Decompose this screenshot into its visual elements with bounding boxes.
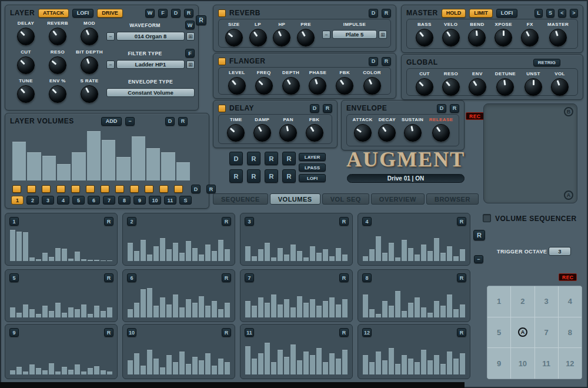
volume-bar[interactable] [101,311,106,317]
volume-bar[interactable] [75,364,80,374]
volume-bar[interactable] [116,157,130,180]
volume-bar[interactable] [160,367,165,374]
add-button[interactable]: ADD [101,117,122,126]
volume-bar[interactable] [27,152,41,180]
vol-seq-cell-12[interactable]: 12 [559,348,582,379]
volume-bar[interactable] [329,297,335,317]
layer-toggle[interactable] [56,185,65,193]
volume-bar[interactable] [408,359,413,374]
volume-bar[interactable] [134,251,139,261]
volume-bar[interactable] [408,303,413,317]
volume-bar[interactable] [101,370,106,374]
volume-bar[interactable] [192,248,198,261]
layer-select-10[interactable]: 10 [149,196,161,205]
volume-bar[interactable] [94,260,99,261]
volume-bar[interactable] [460,305,465,317]
volume-bar[interactable] [55,372,61,374]
knob-fbk[interactable] [306,124,323,142]
vol-seq-cell-1[interactable]: 1 [487,286,510,317]
volume-bar[interactable] [55,248,61,261]
volume-bar[interactable] [72,152,85,180]
volume-bar[interactable] [369,362,375,374]
volume-bar[interactable] [389,306,394,317]
trigger-octave-select[interactable]: 3 [549,247,571,256]
knob-lp[interactable] [249,29,267,46]
random-button[interactable]: R [339,217,349,226]
delay-enable-checkbox[interactable] [218,105,226,112]
knob-damp[interactable] [253,124,271,142]
filter-button[interactable]: F [158,9,168,18]
vol-seq-cell-11[interactable]: 11 [535,348,558,379]
volume-bar[interactable] [42,253,48,261]
volume-bar[interactable] [395,257,400,261]
volume-bar[interactable] [218,359,223,374]
volume-bar[interactable] [132,136,145,180]
volume-bar[interactable] [23,305,28,317]
volume-bar[interactable] [336,359,341,374]
vol-seq-cell-9[interactable]: 9 [487,348,510,379]
volume-bar[interactable] [205,306,211,317]
volume-bar[interactable] [128,243,133,261]
volume-bar[interactable] [303,303,309,317]
random-button[interactable]: R [282,152,296,165]
random-button[interactable]: R [104,328,113,337]
volume-bar[interactable] [179,307,185,317]
knob-release[interactable] [432,124,450,142]
volume-bar[interactable] [303,257,309,261]
next-icon[interactable]: > [570,9,578,18]
knob-master[interactable] [549,29,567,46]
load-button[interactable]: L [534,9,543,18]
volume-bar[interactable] [88,260,93,261]
lofi-button[interactable]: LOFI [72,9,94,18]
sequencer-bars[interactable] [245,285,348,317]
impulse-select[interactable]: Plate 5 [332,30,377,39]
volume-bar[interactable] [323,249,328,261]
tab-vol-seq[interactable]: VOL SEQ [322,193,369,205]
volume-bar[interactable] [68,259,74,261]
default-button[interactable]: D [369,57,378,66]
volume-bar[interactable] [186,241,191,261]
volume-bar[interactable] [212,301,217,317]
random-button[interactable]: R [222,217,231,226]
volume-bar[interactable] [101,260,106,261]
volume-bar[interactable] [147,255,152,261]
volume-sequencer-enable-checkbox[interactable] [483,214,491,222]
random-button[interactable]: R [229,169,243,183]
volume-bar[interactable] [427,313,433,317]
knob-s-rate[interactable] [81,85,98,103]
volume-bar[interactable] [402,311,407,317]
volume-bar[interactable] [212,251,217,261]
remove-button[interactable]: − [474,255,483,263]
knob-phase[interactable] [309,77,326,95]
volume-bar[interactable] [81,305,86,317]
volume-bar[interactable] [278,248,283,261]
random-button[interactable]: R [265,152,278,165]
volume-bar[interactable] [161,152,175,180]
layer-select-2[interactable]: 2 [26,196,39,205]
volume-bar[interactable] [94,366,99,374]
volume-bar[interactable] [225,362,230,374]
volume-bar[interactable] [434,301,439,317]
volume-bar[interactable] [42,370,48,374]
knob-pre[interactable] [297,29,315,46]
vol-seq-cell-5[interactable]: 5 [487,317,510,348]
volume-bar[interactable] [265,303,270,317]
default-button[interactable]: D [437,104,446,113]
volume-bar[interactable] [62,249,67,261]
volume-bar[interactable] [363,295,368,317]
volume-bar[interactable] [376,352,381,374]
tab-overview[interactable]: OVERVIEW [371,193,425,205]
knob-depth[interactable] [282,77,300,95]
volume-bar[interactable] [225,303,230,317]
volume-bar[interactable] [460,249,465,261]
volume-bar[interactable] [179,253,185,261]
layer-toggle[interactable] [71,185,80,193]
default-button[interactable]: D [369,9,378,18]
volume-bar[interactable] [153,246,159,261]
layer-select-3[interactable]: 3 [42,196,54,205]
volume-bar[interactable] [382,360,387,374]
volume-bar[interactable] [166,249,172,261]
vol-seq-cell-4[interactable]: 4 [559,286,582,317]
lpass-target-button[interactable]: LPASS [299,163,326,172]
volume-bar[interactable] [29,364,35,374]
